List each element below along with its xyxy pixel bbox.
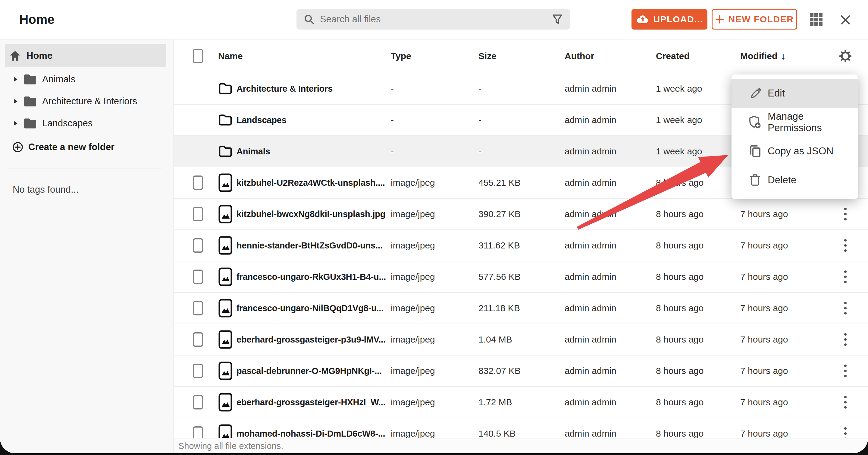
cell-author: admin admin xyxy=(565,230,616,261)
table-row[interactable]: mohamed-nohassi-Di-DmLD6cW8-... image/jp… xyxy=(174,418,868,438)
cell-created: 8 hours ago xyxy=(656,230,704,261)
grid-view-toggle-icon[interactable] xyxy=(809,13,823,27)
cell-size: 832.07 KB xyxy=(478,356,521,386)
folder-icon xyxy=(218,82,232,95)
context-menu-item[interactable]: Copy as JSON xyxy=(732,137,858,166)
cell-name[interactable]: Landscapes xyxy=(237,105,286,135)
chevron-right-icon[interactable] xyxy=(13,98,18,104)
cell-name[interactable]: hennie-stander-BtHtZsGvdD0-uns... xyxy=(237,230,383,261)
row-checkbox[interactable] xyxy=(193,199,203,229)
sidebar-home-label: Home xyxy=(27,50,53,61)
file-manager-window: Home UPLOAD... xyxy=(0,0,868,453)
row-kebab-menu[interactable] xyxy=(839,230,852,261)
cell-type: - xyxy=(391,73,394,104)
row-checkbox[interactable] xyxy=(193,167,203,198)
cell-author: admin admin xyxy=(565,261,616,292)
kebab-menu-icon xyxy=(844,364,847,378)
row-checkbox[interactable] xyxy=(193,387,203,418)
table-row[interactable]: francesco-ungaro-RkGUx3H1-B4-u... image/… xyxy=(174,261,868,293)
row-checkbox[interactable] xyxy=(193,418,203,438)
row-checkbox[interactable] xyxy=(193,356,203,386)
row-kebab-menu[interactable] xyxy=(839,387,852,418)
row-kebab-menu[interactable] xyxy=(839,261,852,292)
menu-item-label: Manage Permissions xyxy=(768,111,858,134)
table-row[interactable]: pascal-debrunner-O-MG9HpNKgI-... image/j… xyxy=(174,356,868,387)
kebab-menu-icon xyxy=(844,270,847,284)
table-row[interactable]: kitzbuhel-bwcxNg8dkiI-unsplash.jpg image… xyxy=(174,199,868,230)
row-kebab-menu[interactable] xyxy=(839,293,852,323)
row-checkbox[interactable] xyxy=(193,324,203,355)
cell-name[interactable]: pascal-debrunner-O-MG9HpNKgI-... xyxy=(237,356,382,386)
cell-name[interactable]: mohamed-nohassi-Di-DmLD6cW8-... xyxy=(237,418,385,438)
column-header-name[interactable]: Name xyxy=(218,39,243,73)
cell-name[interactable]: Architecture & Interiors xyxy=(237,73,333,104)
column-header-type[interactable]: Type xyxy=(391,39,411,73)
cell-name[interactable]: francesco-ungaro-RkGUx3H1-B4-u... xyxy=(237,261,386,292)
sidebar-tree-item[interactable]: Landscapes xyxy=(0,112,173,134)
folder-icon xyxy=(218,145,232,158)
row-checkbox[interactable] xyxy=(193,261,203,292)
table-row[interactable]: francesco-ungaro-NilBQqD1Vg8-u... image/… xyxy=(174,293,868,324)
cell-name[interactable]: kitzbuhel-U2Reza4WCtk-unsplash.... xyxy=(237,167,385,198)
cell-type: image/jpeg xyxy=(391,293,435,323)
cell-name[interactable]: Animals xyxy=(237,136,270,167)
row-kebab-menu[interactable] xyxy=(839,418,852,438)
sidebar-tree-item[interactable]: Animals xyxy=(0,68,173,90)
cell-name[interactable]: eberhard-grossgasteiger-p3u9-lMV... xyxy=(237,324,385,355)
top-bar: Home UPLOAD... xyxy=(0,0,868,39)
cell-author: admin admin xyxy=(565,167,616,198)
table-settings-gear-icon[interactable] xyxy=(839,39,852,73)
cell-type: image/jpeg xyxy=(391,356,435,386)
kebab-menu-icon xyxy=(844,427,847,438)
sidebar-item-home[interactable]: Home xyxy=(5,44,166,67)
modified-header-label: Modified xyxy=(740,51,777,61)
cell-type: image/jpeg xyxy=(391,418,435,438)
column-header-author[interactable]: Author xyxy=(565,39,594,73)
folder-icon xyxy=(23,95,37,107)
row-kebab-menu[interactable] xyxy=(839,324,852,355)
new-folder-button-label: NEW FOLDER xyxy=(728,14,794,24)
search-input[interactable] xyxy=(319,13,551,25)
cell-name[interactable]: eberhard-grossgasteiger-HXHzI_W... xyxy=(237,387,385,418)
chevron-right-icon[interactable] xyxy=(13,120,18,126)
trash-icon xyxy=(748,173,762,187)
column-header-created[interactable]: Created xyxy=(656,39,690,73)
column-header-modified[interactable]: Modified ↓ xyxy=(740,39,786,73)
context-menu-item[interactable]: Delete xyxy=(732,166,858,195)
cell-created: 8 hours ago xyxy=(656,324,704,355)
row-checkbox[interactable] xyxy=(193,230,203,261)
context-menu-item[interactable]: Manage Permissions xyxy=(732,108,858,137)
filter-icon[interactable] xyxy=(551,13,563,25)
table-row[interactable]: eberhard-grossgasteiger-p3u9-lMV... imag… xyxy=(174,324,868,356)
context-menu-item[interactable]: Edit xyxy=(732,79,858,108)
close-icon[interactable] xyxy=(839,13,852,27)
cell-size: 390.27 KB xyxy=(478,199,521,229)
row-kebab-menu[interactable] xyxy=(839,356,852,386)
image-file-icon xyxy=(218,173,232,192)
table-row[interactable]: hennie-stander-BtHtZsGvdD0-uns... image/… xyxy=(174,230,868,261)
menu-item-label: Edit xyxy=(768,87,785,99)
new-folder-button[interactable]: NEW FOLDER xyxy=(712,9,797,30)
column-header-size[interactable]: Size xyxy=(478,39,497,73)
cell-modified: 7 hours ago xyxy=(740,261,788,292)
cell-author: admin admin xyxy=(565,293,616,323)
image-file-icon xyxy=(218,330,232,349)
image-file-icon xyxy=(218,205,232,223)
create-folder-button[interactable]: Create a new folder xyxy=(0,136,173,158)
cell-author: admin admin xyxy=(565,73,616,104)
cell-author: admin admin xyxy=(565,324,616,355)
cell-size: - xyxy=(478,105,482,135)
sidebar-tree-item[interactable]: Architecture & Interiors xyxy=(0,90,173,112)
row-checkbox[interactable] xyxy=(193,293,203,323)
page-title: Home xyxy=(19,0,55,39)
select-all-checkbox[interactable] xyxy=(193,39,203,73)
row-kebab-menu[interactable] xyxy=(839,199,852,229)
folder-icon xyxy=(23,117,37,130)
cell-type: image/jpeg xyxy=(391,324,435,355)
chevron-right-icon[interactable] xyxy=(13,76,18,82)
image-file-icon xyxy=(218,299,232,317)
cell-name[interactable]: kitzbuhel-bwcxNg8dkiI-unsplash.jpg xyxy=(237,199,385,229)
upload-button[interactable]: UPLOAD... xyxy=(631,9,707,30)
cell-name[interactable]: francesco-ungaro-NilBQqD1Vg8-u... xyxy=(237,293,383,323)
table-row[interactable]: eberhard-grossgasteiger-HXHzI_W... image… xyxy=(174,387,868,418)
